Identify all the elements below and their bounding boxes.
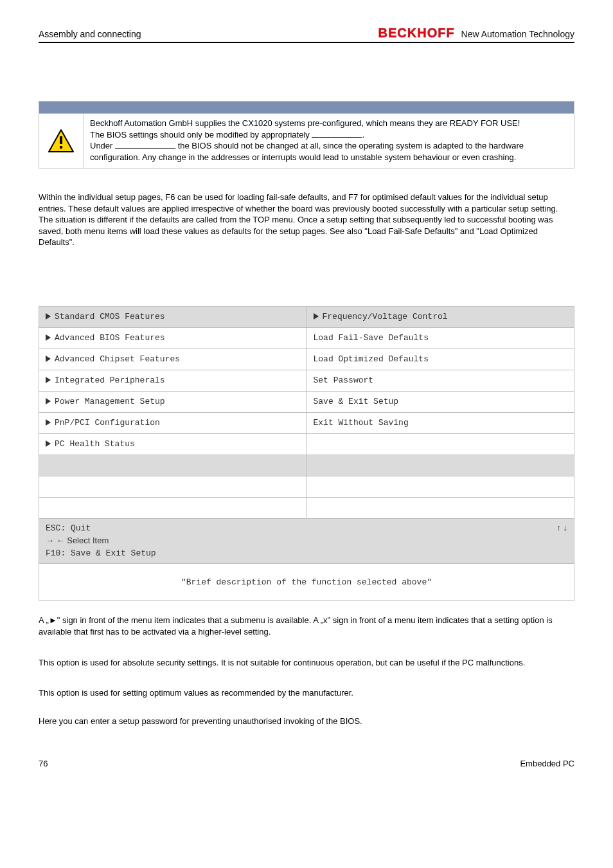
warning-icon <box>48 129 75 153</box>
page-header: Assembly and connecting BECKHOFF New Aut… <box>39 26 574 43</box>
product-name: Embedded PC <box>520 759 574 768</box>
bios-f10: F10: Save & Exit Setup <box>46 548 156 558</box>
warning-line2b: . <box>362 130 364 140</box>
failsafe-paragraph: This option is used for absolute securit… <box>39 657 574 669</box>
submenu-arrow-icon <box>46 313 51 320</box>
bios-menu-item[interactable]: Standard CMOS Features <box>39 306 307 327</box>
svg-rect-2 <box>60 146 62 149</box>
warning-text: Beckhoff Automation GmbH supplies the CX… <box>84 114 574 168</box>
submenu-arrow-icon <box>46 398 51 404</box>
warning-blank-2 <box>115 140 175 149</box>
page-footer: 76 Embedded PC <box>39 759 574 768</box>
bios-select: → ← Select Item <box>46 536 109 545</box>
header-section-title: Assembly and connecting <box>39 29 141 39</box>
bios-menu-item[interactable]: PC Health Status <box>39 433 307 455</box>
bios-menu-item <box>306 433 574 455</box>
bios-menu-item[interactable]: Exit Without Saving <box>306 412 574 433</box>
submenu-arrow-icon <box>46 334 51 341</box>
warning-line1a: Beckhoff Automation GmbH supplies the CX… <box>90 118 450 128</box>
password-paragraph: Here you can enter a setup password for … <box>39 716 574 727</box>
brand-name: BECKHOFF <box>378 26 455 40</box>
bios-menu-table: Standard CMOS FeaturesFrequency/Voltage … <box>39 306 574 601</box>
submenu-arrow-icon <box>314 313 319 320</box>
page-number: 76 <box>39 759 48 768</box>
bios-description: "Brief description of the function selec… <box>39 564 574 601</box>
bios-esc: ESC: Quit <box>46 523 91 533</box>
submenu-arrow-icon <box>46 377 51 383</box>
warning-box: Beckhoff Automation GmbH supplies the CX… <box>39 101 574 168</box>
svg-rect-1 <box>60 136 62 144</box>
bios-menu-item[interactable]: Load Optimized Defaults <box>306 348 574 370</box>
brand-tagline: New Automation Technology <box>461 29 574 39</box>
bios-menu-item[interactable]: PnP/PCI Configuration <box>39 412 307 433</box>
warning-banner <box>39 102 574 114</box>
bios-menu-item[interactable]: Frequency/Voltage Control <box>306 306 574 327</box>
bios-menu-item[interactable]: Set Passwort <box>306 370 574 391</box>
optimized-paragraph: This option is used for setting optimum … <box>39 687 574 699</box>
bios-footer-left: ESC: Quit → ← Select Item F10: Save & Ex… <box>46 523 156 560</box>
submenu-arrow-icon <box>46 419 51 426</box>
bios-footer-right: ↑ ↓ <box>556 523 567 560</box>
bios-menu-item[interactable]: Advanced BIOS Features <box>39 327 307 348</box>
submenu-arrow-icon <box>46 440 51 447</box>
warning-line1b: READY FOR USE! <box>450 118 520 128</box>
bios-menu-item[interactable]: Integrated Peripherals <box>39 370 307 391</box>
warning-line3a: Under <box>90 141 115 150</box>
intro-paragraph: Within the individual setup pages, F6 ca… <box>39 192 574 248</box>
warning-blank-1 <box>312 129 362 138</box>
bios-menu-item[interactable]: Advanced Chipset Features <box>39 348 307 370</box>
warning-icon-cell <box>39 114 84 168</box>
header-brand: BECKHOFF New Automation Technology <box>378 26 574 41</box>
bios-menu-item[interactable]: Save & Exit Setup <box>306 391 574 412</box>
submenu-note: A „►" sign in front of the menu item ind… <box>39 615 574 637</box>
submenu-arrow-icon <box>46 356 51 362</box>
bios-menu-item[interactable]: Power Management Setup <box>39 391 307 412</box>
warning-line2a: The BIOS settings should only be modifie… <box>90 130 312 140</box>
bios-menu-item[interactable]: Load Fail-Save Defaults <box>306 327 574 348</box>
